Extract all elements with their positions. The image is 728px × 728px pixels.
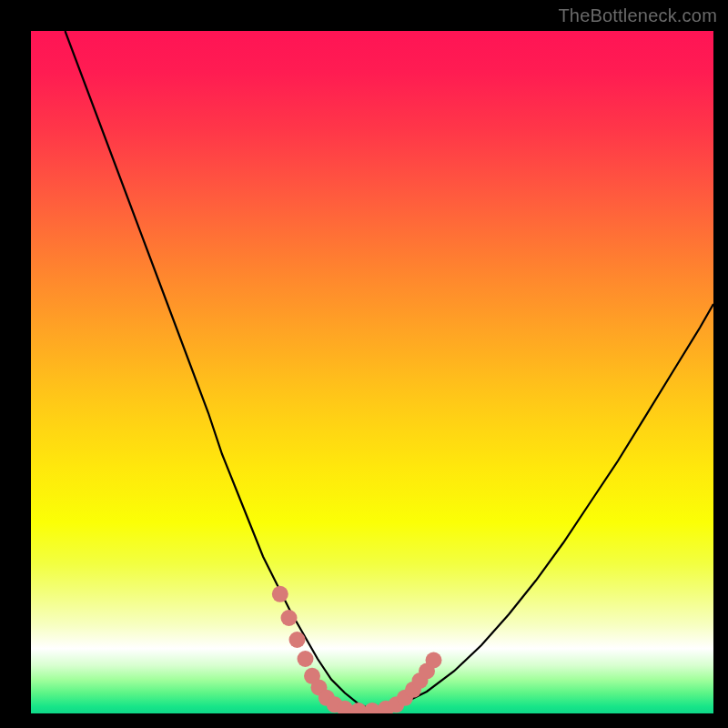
highlight-point (426, 652, 442, 669)
plot-area (31, 31, 713, 713)
bottleneck-curve (66, 31, 714, 710)
watermark-text: TheBottleneck.com (558, 5, 717, 26)
outer-black-frame: TheBottleneck.com (0, 0, 728, 728)
highlight-point (281, 610, 298, 626)
chart-svg (31, 31, 713, 713)
highlight-markers (272, 586, 442, 713)
highlight-point (298, 651, 314, 667)
highlight-point (289, 632, 306, 648)
highlight-point (272, 586, 288, 602)
